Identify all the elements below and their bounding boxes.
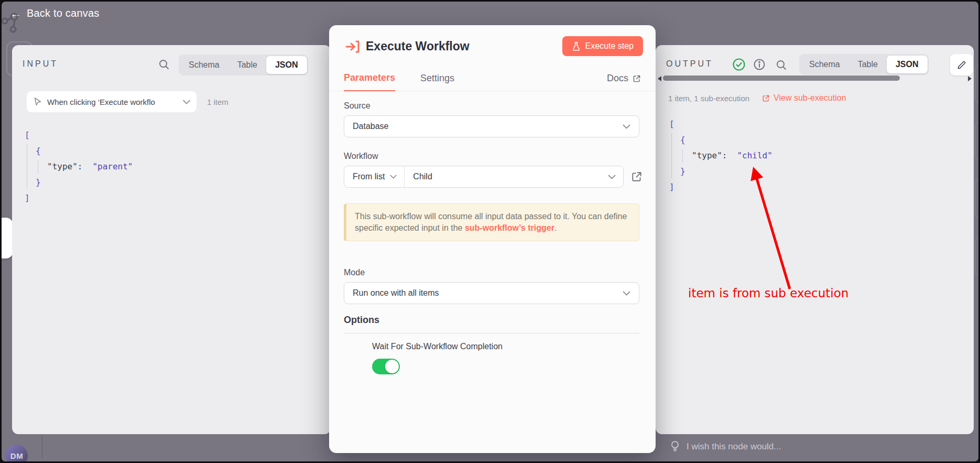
sub-workflow-trigger-link[interactable]: sub-workflow’s trigger <box>465 223 554 232</box>
json-token: ] <box>25 193 30 203</box>
search-icon[interactable] <box>158 58 170 71</box>
output-panel: OUTPUT Schema Table JSON 1 item, 1 sub-e… <box>656 45 974 434</box>
tab-table[interactable]: Table <box>228 56 266 74</box>
dimmed-side-button <box>975 180 980 218</box>
wait-completion-toggle[interactable] <box>372 359 400 374</box>
source-label: Source <box>344 101 371 111</box>
annotation-text: item is from sub execution <box>688 286 848 300</box>
node-wish-label: I wish this node would... <box>687 442 781 452</box>
json-token: { <box>36 146 41 156</box>
input-items-count: 1 item <box>207 98 228 106</box>
flask-icon <box>572 41 581 51</box>
json-token: [ <box>25 130 30 140</box>
mode-select-value: Run once with all items <box>353 288 439 298</box>
input-panel-title: INPUT <box>23 59 58 69</box>
scroll-left-arrow[interactable] <box>658 76 661 81</box>
tab-json[interactable]: JSON <box>266 56 307 74</box>
docs-link[interactable]: Docs <box>607 73 641 91</box>
cursor-icon <box>33 97 42 106</box>
lightbulb-icon <box>670 440 680 453</box>
workflow-source-mode-select[interactable]: From list <box>344 166 405 187</box>
workflow-logo-icon <box>0 8 30 39</box>
edit-output-button[interactable] <box>950 54 973 76</box>
chevron-down-icon <box>608 175 616 179</box>
modal-title: Execute Workflow <box>366 39 470 53</box>
panel-drag-handle[interactable] <box>0 218 13 259</box>
json-value: "child" <box>737 150 772 160</box>
tab-parameters[interactable]: Parameters <box>344 72 395 91</box>
node-detail-modal: Execute Workflow Execute step Parameters… <box>329 25 656 453</box>
workflow-combo: From list Child <box>344 166 624 188</box>
execute-step-button[interactable]: Execute step <box>562 36 644 56</box>
execute-step-label: Execute step <box>585 41 634 51</box>
dimmed-side-button <box>975 238 980 275</box>
modal-tabs: Parameters Settings Docs <box>329 69 656 91</box>
input-node-select[interactable]: When clicking ‘Execute workflo <box>27 91 197 112</box>
sub-workflow-notice: This sub-workflow will consume all input… <box>344 203 639 241</box>
input-node-select-value: When clicking ‘Execute workflo <box>47 98 155 106</box>
indent-guide <box>38 160 38 174</box>
chevron-down-icon <box>623 124 630 129</box>
dimmed-side-button <box>975 122 980 160</box>
input-run-row: When clicking ‘Execute workflo 1 item <box>27 91 228 112</box>
source-select[interactable]: Database <box>344 115 639 137</box>
external-link-icon <box>762 94 770 102</box>
json-token: } <box>36 177 41 187</box>
user-avatar[interactable]: DM <box>6 445 28 463</box>
execute-workflow-node-icon <box>345 39 361 55</box>
tab-schema[interactable]: Schema <box>800 56 849 73</box>
tab-json[interactable]: JSON <box>887 56 928 73</box>
json-token: } <box>680 166 685 176</box>
red-annotation-arrow <box>656 45 974 434</box>
chevron-down-icon <box>390 175 397 179</box>
json-token: { <box>680 135 685 145</box>
horizontal-scrollbar <box>658 74 972 82</box>
source-select-value: Database <box>353 122 389 131</box>
input-display-tabs: Schema Table JSON <box>179 55 308 76</box>
back-to-canvas-label: Back to canvas <box>27 7 99 19</box>
tab-settings[interactable]: Settings <box>420 73 454 91</box>
json-key: "type": <box>47 161 82 171</box>
json-token: [ <box>669 119 674 129</box>
modal-header: Execute Workflow Execute step <box>329 25 656 65</box>
output-json-view: [ { "type":"child" } ] <box>669 116 772 195</box>
info-icon[interactable] <box>753 58 766 71</box>
pencil-icon <box>956 60 967 70</box>
dimmed-side-button <box>975 64 980 102</box>
search-icon[interactable] <box>775 59 788 71</box>
dimmed-canvas-line <box>42 435 42 458</box>
toggle-knob <box>385 360 399 373</box>
indent-guide <box>671 134 672 178</box>
wait-completion-label: Wait For Sub-Workflow Completion <box>372 342 503 351</box>
indent-guide <box>682 149 683 163</box>
view-sub-execution-link[interactable]: View sub-execution <box>762 93 846 103</box>
options-heading: Options <box>344 315 639 333</box>
chevron-down-icon <box>623 291 630 296</box>
workflow-select[interactable]: Child <box>405 166 623 187</box>
success-check-icon <box>732 58 746 71</box>
input-json-view: [ { "type":"parent" } ] <box>25 127 133 206</box>
tab-table[interactable]: Table <box>849 56 887 73</box>
open-workflow-icon[interactable] <box>631 171 643 182</box>
mode-select[interactable]: Run once with all items <box>344 282 639 304</box>
workflow-label: Workflow <box>344 152 378 161</box>
chevron-down-icon <box>183 100 190 104</box>
output-items-count: 1 item, 1 sub-execution <box>668 94 749 103</box>
scrollbar-thumb[interactable] <box>663 76 900 81</box>
input-panel: INPUT Schema Table JSON When clicking ‘E… <box>12 45 331 434</box>
docs-external-icon <box>633 74 641 83</box>
output-display-tabs: Schema Table JSON <box>799 54 929 75</box>
app-window: ← Back to canvas INPUT Schema Table JSON… <box>0 0 980 463</box>
mode-label: Mode <box>344 268 365 277</box>
json-token: ] <box>669 182 674 192</box>
output-meta-row: 1 item, 1 sub-execution View sub-executi… <box>668 93 846 103</box>
tab-schema[interactable]: Schema <box>180 56 228 74</box>
json-value: "parent" <box>92 161 133 171</box>
json-key: "type": <box>692 150 727 160</box>
scroll-right-arrow[interactable] <box>968 76 972 81</box>
node-wish-prompt[interactable]: I wish this node would... <box>658 436 972 457</box>
indent-guide <box>27 145 27 189</box>
output-panel-title: OUTPUT <box>666 59 713 69</box>
